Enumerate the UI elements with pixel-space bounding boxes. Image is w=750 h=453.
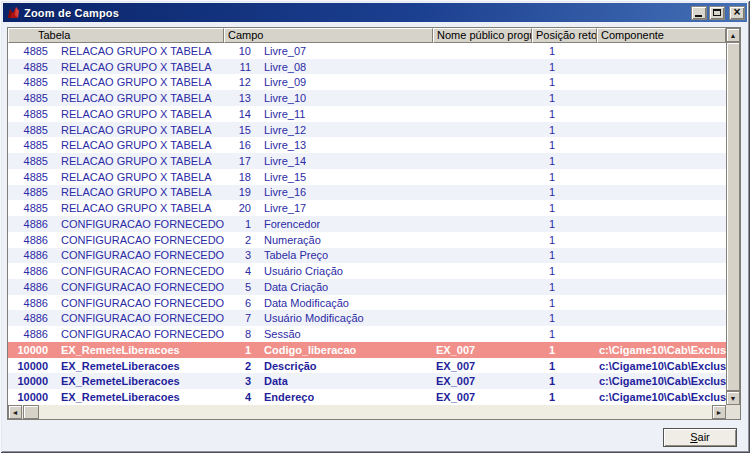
table-row[interactable]: 10000 EX_RemeteLiberacoes 2 Descrição EX…: [8, 358, 726, 374]
tabela-id: 4886: [8, 328, 48, 340]
componente-path: c:\Cigame10\Cab\Exclusivo\E: [597, 375, 726, 387]
campo-nome: Data Criação: [264, 281, 328, 293]
tabela-id: 4885: [8, 45, 48, 57]
column-header-componente[interactable]: Componente: [597, 28, 726, 43]
horizontal-scrollbar[interactable]: ◄ ►: [8, 405, 726, 419]
tabela-nome: EX_RemeteLiberacoes: [61, 391, 180, 403]
campo-nome: Data Modificação: [264, 297, 349, 309]
scroll-left-button[interactable]: ◄: [8, 405, 22, 419]
tabela-id: 10000: [8, 391, 48, 403]
tabela-nome: CONFIGURACAO FORNECEDOR: [61, 218, 224, 230]
minimize-button[interactable]: [691, 6, 707, 20]
tabela-nome: CONFIGURACAO FORNECEDOR: [61, 265, 224, 277]
tabela-nome: RELACAO GRUPO X TABELA: [61, 171, 212, 183]
scroll-up-button[interactable]: ▲: [726, 28, 740, 42]
tabela-id: 4885: [8, 124, 48, 136]
posicao-retorno: 1: [532, 92, 597, 104]
tabela-id: 4885: [8, 108, 48, 120]
campo-nome: Livre_07: [264, 45, 306, 57]
table-row[interactable]: 4886 CONFIGURACAO FORNECEDOR 1 Forencedo…: [8, 216, 726, 232]
tabela-nome: CONFIGURACAO FORNECEDOR: [61, 281, 224, 293]
table-row[interactable]: 4886 CONFIGURACAO FORNECEDOR 4 Usuário C…: [8, 263, 726, 279]
posicao-retorno: 1: [532, 155, 597, 167]
tabela-id: 4885: [8, 61, 48, 73]
scroll-down-button[interactable]: ▼: [726, 391, 740, 405]
componente-path: c:\Cigame10\Cab\Exclusivo\E: [597, 360, 726, 372]
table-row[interactable]: 4885 RELACAO GRUPO X TABELA 14 Livre_11 …: [8, 106, 726, 122]
app-icon: [7, 6, 20, 19]
tabela-nome: RELACAO GRUPO X TABELA: [61, 124, 212, 136]
scroll-right-button[interactable]: ►: [712, 405, 726, 419]
tabela-id: 10000: [8, 375, 48, 387]
campo-nome: Usuário Criação: [264, 265, 343, 277]
tabela-nome: RELACAO GRUPO X TABELA: [61, 61, 212, 73]
posicao-retorno: 1: [532, 344, 597, 356]
exit-button[interactable]: Sair: [663, 428, 737, 447]
table-row[interactable]: 4885 RELACAO GRUPO X TABELA 18 Livre_15 …: [8, 169, 726, 185]
column-header-tabela[interactable]: Tabela: [8, 28, 224, 43]
column-header-campo[interactable]: Campo: [224, 28, 433, 43]
horizontal-scroll-thumb[interactable]: [23, 405, 39, 419]
tabela-id: 4885: [8, 202, 48, 214]
table-row[interactable]: 4885 RELACAO GRUPO X TABELA 20 Livre_17 …: [8, 200, 726, 216]
table-row[interactable]: 4885 RELACAO GRUPO X TABELA 10 Livre_07 …: [8, 43, 726, 59]
table-row[interactable]: 10000 EX_RemeteLiberacoes 3 Data EX_007 …: [8, 373, 726, 389]
posicao-retorno: 1: [532, 218, 597, 230]
maximize-button[interactable]: [709, 6, 725, 20]
tabela-nome: RELACAO GRUPO X TABELA: [61, 92, 212, 104]
campo-nome: Usuário Modificação: [264, 312, 364, 324]
posicao-retorno: 1: [532, 312, 597, 324]
table-row[interactable]: 4885 RELACAO GRUPO X TABELA 16 Livre_13 …: [8, 137, 726, 153]
table-row[interactable]: 4886 CONFIGURACAO FORNECEDOR 2 Numeração…: [8, 232, 726, 248]
campo-nome: Endereço: [264, 391, 314, 403]
table-row[interactable]: 4885 RELACAO GRUPO X TABELA 17 Livre_14 …: [8, 153, 726, 169]
table-row[interactable]: 4886 CONFIGURACAO FORNECEDOR 7 Usuário M…: [8, 310, 726, 326]
tabela-nome: EX_RemeteLiberacoes: [61, 344, 180, 356]
posicao-retorno: 1: [532, 202, 597, 214]
tabela-id: 4885: [8, 139, 48, 151]
vertical-scrollbar[interactable]: ▲ ▼: [726, 28, 740, 405]
table-row[interactable]: 4886 CONFIGURACAO FORNECEDOR 5 Data Cria…: [8, 279, 726, 295]
table-row[interactable]: 4886 CONFIGURACAO FORNECEDOR 8 Sessão 1: [8, 326, 726, 342]
tabela-id: 4886: [8, 234, 48, 246]
campo-nome: Livre_17: [264, 202, 306, 214]
table-row[interactable]: 4885 RELACAO GRUPO X TABELA 11 Livre_08 …: [8, 59, 726, 75]
table-row[interactable]: 10000 EX_RemeteLiberacoes 4 Endereço EX_…: [8, 389, 726, 405]
table-row[interactable]: 4885 RELACAO GRUPO X TABELA 13 Livre_10 …: [8, 90, 726, 106]
table-row[interactable]: 4886 CONFIGURACAO FORNECEDOR 3 Tabela Pr…: [8, 248, 726, 264]
campo-nome: Livre_16: [264, 186, 306, 198]
campo-nome: Livre_11: [264, 108, 305, 120]
vertical-scroll-thumb[interactable]: [726, 42, 740, 391]
tabela-id: 4885: [8, 186, 48, 198]
tabela-id: 4886: [8, 218, 48, 230]
table-row[interactable]: 10000 EX_RemeteLiberacoes 1 Codigo_liber…: [8, 342, 726, 358]
window-title: Zoom de Campos: [24, 7, 689, 19]
column-header-programa[interactable]: Nome público programa: [433, 28, 532, 43]
campo-numero: 10: [224, 45, 251, 57]
tabela-nome: RELACAO GRUPO X TABELA: [61, 155, 212, 167]
table-row[interactable]: 4885 RELACAO GRUPO X TABELA 15 Livre_12 …: [8, 122, 726, 138]
column-header-posicao[interactable]: Posição retorno: [532, 28, 597, 43]
table-row[interactable]: 4885 RELACAO GRUPO X TABELA 12 Livre_09 …: [8, 74, 726, 90]
tabela-nome: CONFIGURACAO FORNECEDOR: [61, 249, 224, 261]
table-row[interactable]: 4885 RELACAO GRUPO X TABELA 19 Livre_16 …: [8, 185, 726, 201]
tabela-id: 10000: [8, 360, 48, 372]
campo-nome: Data: [264, 375, 288, 387]
campo-nome: Descrição: [264, 360, 317, 372]
posicao-retorno: 1: [532, 375, 597, 387]
campo-numero: 1: [224, 344, 251, 356]
title-bar[interactable]: Zoom de Campos ×: [3, 3, 747, 22]
posicao-retorno: 1: [532, 171, 597, 183]
tabela-nome: CONFIGURACAO FORNECEDOR: [61, 312, 224, 324]
campo-nome: Numeração: [264, 234, 321, 246]
dialog-window: Zoom de Campos × Tabela Campo Nome públi…: [0, 0, 750, 453]
scroll-right-icon: ►: [716, 409, 723, 416]
posicao-retorno: 1: [532, 249, 597, 261]
table-row[interactable]: 4886 CONFIGURACAO FORNECEDOR 6 Data Modi…: [8, 295, 726, 311]
campo-numero: 12: [224, 76, 251, 88]
scroll-up-icon: ▲: [730, 32, 737, 39]
posicao-retorno: 1: [532, 265, 597, 277]
close-button[interactable]: ×: [729, 6, 745, 20]
nome-publico-programa: EX_007: [433, 391, 532, 403]
tabela-id: 4885: [8, 92, 48, 104]
